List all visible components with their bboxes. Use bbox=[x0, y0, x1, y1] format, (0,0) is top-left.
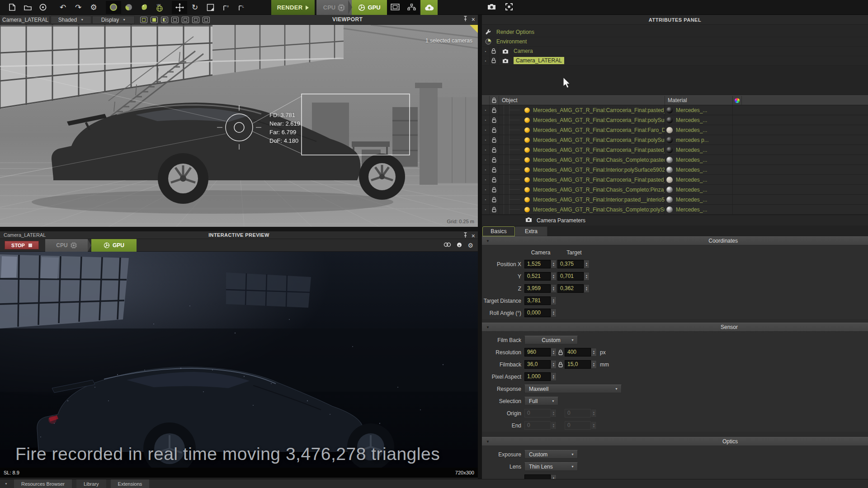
lock-icon[interactable] bbox=[489, 145, 499, 155]
pivot-local-icon[interactable]: L bbox=[233, 1, 249, 14]
visibility-dot[interactable]: • bbox=[482, 207, 489, 211]
material-name[interactable]: Mercedes_... bbox=[673, 147, 732, 153]
tab-resources-browser[interactable]: Resources Browser bbox=[14, 479, 72, 488]
cloud-upload-button[interactable] bbox=[420, 0, 438, 15]
redo-icon[interactable]: ↷ bbox=[71, 1, 86, 14]
selection-select[interactable]: Full▼ bbox=[524, 397, 558, 405]
material-thumbnail[interactable] bbox=[666, 206, 673, 213]
visibility-dot[interactable]: • bbox=[482, 188, 489, 192]
preview-gpu-toggle[interactable]: GPU bbox=[91, 239, 137, 252]
scale-tool-icon[interactable] bbox=[203, 1, 218, 14]
display-select[interactable]: Display▼ bbox=[92, 16, 135, 24]
object-name[interactable]: Mercedes_AMG_GT_R_Final:Chasis_Completo:… bbox=[530, 157, 665, 163]
pivot-world-icon[interactable]: o bbox=[218, 1, 233, 14]
resolution-width-field[interactable]: 960▲▼ bbox=[524, 348, 557, 357]
settings-gear-icon[interactable]: ⚙ bbox=[86, 1, 101, 14]
cpu-toggle[interactable]: CPU bbox=[316, 0, 352, 15]
material-thumbnail[interactable] bbox=[666, 177, 673, 183]
lock-icon[interactable] bbox=[489, 47, 498, 56]
material-name[interactable]: Mercedes_... bbox=[673, 127, 732, 133]
visibility-dot[interactable]: • bbox=[482, 158, 489, 162]
position-y-camera-field[interactable]: 0,521▲▼ bbox=[524, 272, 557, 281]
vertical-splitter[interactable] bbox=[478, 15, 482, 488]
table-row[interactable]: • Mercedes_AMG_GT_R_Final:Chasis_Complet… bbox=[482, 155, 868, 165]
fit-frame-icon[interactable] bbox=[505, 3, 513, 12]
close-icon[interactable]: × bbox=[472, 16, 475, 23]
material-thumbnail[interactable] bbox=[666, 157, 673, 163]
lens-select[interactable]: Thin Lens▼ bbox=[524, 462, 578, 471]
object-name[interactable]: Mercedes_AMG_GT_R_Final:Carroceria_Final… bbox=[530, 107, 665, 113]
material-thumbnail[interactable] bbox=[666, 117, 673, 123]
viewport-camera-select[interactable]: Camera_LATERAL bbox=[1, 16, 50, 24]
spinner[interactable]: ▲▼ bbox=[551, 372, 557, 381]
visibility-dot[interactable]: • bbox=[482, 128, 489, 132]
visibility-dot[interactable]: • bbox=[482, 108, 489, 112]
response-select[interactable]: Maxwell▼ bbox=[524, 385, 622, 393]
stop-button[interactable]: STOP bbox=[5, 241, 39, 249]
film-back-select[interactable]: Custom▼ bbox=[524, 336, 578, 344]
material-thumbnail[interactable] bbox=[666, 127, 673, 133]
tree-item-render-options[interactable]: Render Options bbox=[482, 28, 868, 37]
position-x-target-field[interactable]: 0,375▲▼ bbox=[557, 260, 590, 268]
lock-icon[interactable] bbox=[489, 155, 499, 164]
lock-icon[interactable] bbox=[489, 205, 499, 214]
table-row[interactable]: • Mercedes_AMG_GT_R_Final:Carroceria_Fin… bbox=[482, 115, 868, 125]
section-sensor[interactable]: ▼ Sensor bbox=[482, 323, 868, 332]
spinner[interactable]: ▲▼ bbox=[551, 272, 557, 281]
material-thumbnail[interactable] bbox=[666, 137, 673, 143]
panel-divider[interactable] bbox=[0, 227, 478, 231]
lock-icon[interactable] bbox=[489, 195, 499, 204]
save-disc-icon[interactable] bbox=[35, 1, 51, 14]
exposure-select[interactable]: Custom▼ bbox=[524, 450, 578, 459]
new-scene-icon[interactable] bbox=[5, 1, 20, 14]
lock-icon[interactable] bbox=[489, 105, 499, 115]
aspect-lock-icon[interactable] bbox=[557, 362, 565, 367]
tab-library[interactable]: Library bbox=[76, 479, 106, 488]
visibility-dot[interactable]: • bbox=[482, 168, 489, 172]
table-row[interactable]: • Mercedes_AMG_GT_R_Final:Carroceria_Fin… bbox=[482, 135, 868, 145]
table-row[interactable]: • Mercedes_AMG_GT_R_Final:Chasis_Complet… bbox=[482, 185, 868, 195]
lock-icon[interactable] bbox=[489, 56, 498, 65]
visibility-dot[interactable]: • bbox=[482, 148, 489, 152]
open-folder-icon[interactable] bbox=[20, 1, 35, 14]
material-thumbnail[interactable] bbox=[666, 197, 673, 203]
spinner[interactable]: ▲▼ bbox=[551, 284, 557, 293]
table-row[interactable]: • Mercedes_AMG_GT_R_Final:Carroceria_Fin… bbox=[482, 105, 868, 115]
filmback-height-field[interactable]: 15,0▲▼ bbox=[565, 360, 597, 369]
visibility-dot[interactable]: • bbox=[482, 59, 489, 63]
position-z-camera-field[interactable]: 3,959▲▼ bbox=[524, 284, 557, 293]
uv-sphere-icon[interactable]: UV bbox=[152, 1, 167, 14]
position-y-target-field[interactable]: 0,701▲▼ bbox=[557, 272, 590, 281]
gpu-toggle[interactable]: GPU bbox=[352, 0, 387, 15]
viewport-scene[interactable]: 1 selected cameras FD: 3.781 Near: 2.619… bbox=[0, 25, 478, 227]
spinner[interactable]: ▲▼ bbox=[591, 348, 597, 357]
tab-basics[interactable]: Basics bbox=[482, 226, 515, 236]
spinner[interactable]: ▲▼ bbox=[584, 272, 590, 281]
layout-full-icon[interactable] bbox=[151, 17, 158, 23]
object-name[interactable]: Mercedes_AMG_GT_R_Final:Carroceria_Final… bbox=[530, 177, 665, 183]
visibility-dot[interactable]: • bbox=[482, 178, 489, 182]
material-name[interactable]: Mercedes_... bbox=[673, 206, 732, 213]
material-name[interactable]: Mercedes_... bbox=[673, 197, 732, 203]
layout-left-icon[interactable] bbox=[182, 17, 189, 23]
target-distance-field[interactable]: 3,781▲▼ bbox=[524, 296, 557, 305]
spinner[interactable]: ▲▼ bbox=[551, 260, 557, 268]
material-column-header[interactable]: Material bbox=[665, 96, 732, 105]
orb-icon[interactable] bbox=[457, 242, 462, 249]
table-row[interactable]: • Mercedes_AMG_GT_R_Final:Carroceria_Fin… bbox=[482, 175, 868, 185]
object-name[interactable]: Mercedes_AMG_GT_R_Final:Carroceria_Final… bbox=[530, 127, 665, 133]
material-thumbnail[interactable] bbox=[666, 167, 673, 173]
object-name[interactable]: Mercedes_AMG_GT_R_Final:Interior:pasted_… bbox=[530, 197, 665, 203]
material-name[interactable]: Mercedes_... bbox=[673, 187, 732, 193]
lock-icon[interactable] bbox=[489, 135, 499, 145]
table-row[interactable]: • Mercedes_AMG_GT_R_Final:Interior:polyS… bbox=[482, 165, 868, 175]
object-name[interactable]: Mercedes_AMG_GT_R_Final:Interior:polySur… bbox=[530, 167, 665, 173]
aspect-lock-icon[interactable] bbox=[557, 350, 565, 355]
object-name[interactable]: Mercedes_AMG_GT_R_Final:Chasis_Completo:… bbox=[530, 206, 665, 213]
object-name[interactable]: Mercedes_AMG_GT_R_Final:Carroceria_Final… bbox=[530, 147, 665, 153]
layout-quad-icon[interactable] bbox=[171, 17, 179, 23]
network-nodes-icon[interactable] bbox=[407, 4, 416, 12]
object-name[interactable]: Mercedes_AMG_GT_R_Final:Carroceria_Final… bbox=[530, 117, 665, 123]
position-z-target-field[interactable]: 0,362▲▼ bbox=[557, 284, 590, 293]
layout-split-icon[interactable] bbox=[161, 17, 168, 23]
